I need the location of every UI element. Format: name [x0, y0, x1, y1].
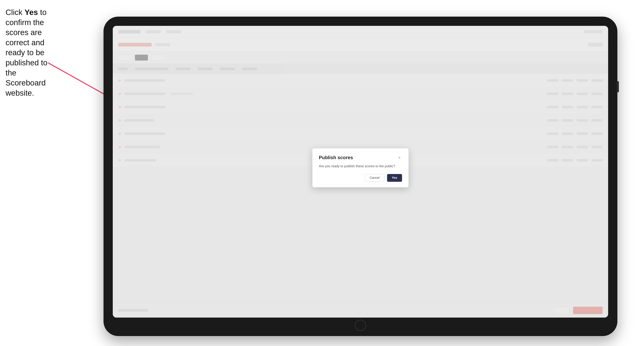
tablet-home-button	[355, 320, 366, 331]
modal-close-button[interactable]: ×	[397, 155, 402, 160]
publish-scores-modal: Publish scores × Are you ready to publis…	[312, 148, 408, 187]
modal-title: Publish scores	[319, 155, 353, 161]
tablet-screen: Publish scores × Are you ready to publis…	[113, 26, 608, 318]
instruction-bold: Yes	[24, 8, 38, 17]
instruction-text: Click Yes to confirm the scores are corr…	[6, 7, 57, 98]
cancel-button[interactable]: Cancel	[365, 174, 384, 182]
tablet-side-button	[617, 81, 619, 92]
modal-overlay: Publish scores × Are you ready to publis…	[113, 26, 608, 318]
yes-button[interactable]: Yes	[387, 174, 402, 182]
modal-body: Are you ready to publish these scores to…	[319, 164, 402, 169]
instruction-suffix: to confirm the scores are correct and re…	[6, 8, 48, 97]
modal-footer: Cancel Yes	[319, 174, 402, 182]
tablet-device: Publish scores × Are you ready to publis…	[104, 17, 618, 336]
instruction-prefix: Click	[6, 8, 24, 17]
app-screen: Publish scores × Are you ready to publis…	[113, 26, 608, 318]
modal-header: Publish scores ×	[319, 155, 402, 161]
